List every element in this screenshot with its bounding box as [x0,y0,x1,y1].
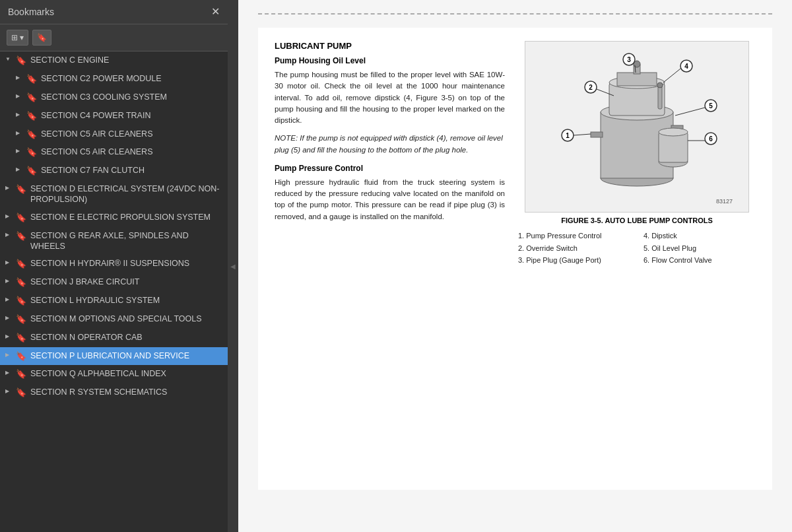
bookmark-item-section-c5b[interactable]: ▶🔖SECTION C5 AIR CLEANERS [0,143,228,162]
bookmark-item-section-j[interactable]: ▶🔖SECTION J BRAKE CIRCUIT [0,273,228,292]
bookmark-item-section-c3[interactable]: ▶🔖SECTION C3 COOLING SYSTEM [0,88,228,107]
legend-columns: 1. Pump Pressure Control 2. Override Swi… [518,230,756,267]
bookmark-item-section-c2[interactable]: ▶🔖SECTION C2 POWER MODULE [0,70,228,88]
bookmark-label: SECTION C5 AIR CLEANERS [38,129,222,139]
bookmark-icon: 🔖 [26,147,38,158]
expand-arrow-icon: ▶ [5,295,16,303]
bookmark-label: SECTION G REAR AXLE, SPINDLES AND WHEELS [28,230,222,252]
sidebar-toolbar: ⊞ ▾ 🔖 [0,24,228,51]
bookmark-icon: 🔖 [16,350,28,362]
bookmark-icon: 🔖 [26,92,38,104]
splitter-handle-icon: ◀ [230,263,236,270]
subsection-1-title: Pump Housing Oil Level [275,56,505,65]
bookmark-item-section-d[interactable]: ▶🔖SECTION D ELECTRICAL SYSTEM (24VDC NON… [0,180,228,209]
bookmark-icon: 🔖 [16,55,28,67]
bookmark-label: SECTION Q ALPHABETICAL INDEX [28,368,222,379]
bookmark-icon: 🔖 [16,183,28,195]
svg-text:5: 5 [709,102,713,110]
bookmark-item-section-c[interactable]: ▼🔖SECTION C ENGINE [0,51,228,70]
grid-view-button[interactable]: ⊞ ▾ [7,30,28,46]
bookmark-item-section-c4[interactable]: ▶🔖SECTION C4 POWER TRAIN [0,107,228,125]
section-main-title: LUBRICANT PUMP [275,41,505,51]
bookmark-item-section-q[interactable]: ▶🔖SECTION Q ALPHABETICAL INDEX [0,365,228,383]
bookmark-icon: 🔖 [16,314,28,325]
bookmark-label: SECTION D ELECTRICAL SYSTEM (24VDC NON-P… [28,183,222,205]
bookmark-item-section-n[interactable]: ▶🔖SECTION N OPERATOR CAB [0,329,228,347]
svg-rect-8 [591,132,603,137]
bookmark-item-section-c5a[interactable]: ▶🔖SECTION C5 AIR CLEANERS [0,125,228,144]
svg-point-15 [659,128,688,136]
content-two-col: LUBRICANT PUMP Pump Housing Oil Level Th… [275,41,756,267]
expand-arrow-icon: ▶ [16,165,26,173]
bookmark-label: SECTION J BRAKE CIRCUIT [28,277,222,287]
expand-arrow-icon: ▶ [5,258,16,266]
bookmark-item-section-l[interactable]: ▶🔖SECTION L HYDRAULIC SYSTEM [0,292,228,310]
bookmark-icon: 🔖 [16,277,28,288]
bookmark-button[interactable]: 🔖 [32,30,51,46]
bookmark-icon: 🔖 [16,295,28,307]
bookmark-item-section-m[interactable]: ▶🔖SECTION M OPTIONS AND SPECIAL TOOLS [0,310,228,329]
figure-caption: FIGURE 3-5. AUTO LUBE PUMP CONTROLS [561,216,713,224]
subsection-2-body: High pressure hydraulic fluid from the t… [275,177,505,222]
expand-arrow-icon: ▶ [5,230,16,238]
svg-text:6: 6 [709,135,713,143]
svg-line-32 [675,108,705,116]
bookmark-label: SECTION M OPTIONS AND SPECIAL TOOLS [28,314,222,324]
bookmark-item-section-c7[interactable]: ▶🔖SECTION C7 FAN CLUTCH [0,162,228,180]
bookmark-icon: 🔖 [16,212,28,224]
expand-arrow-icon: ▶ [5,332,16,340]
sidebar-title: Bookmarks [8,7,54,17]
legend-col-left: 1. Pump Pressure Control 2. Override Swi… [518,230,630,267]
legend-item-6: 6. Flow Control Valve [644,254,756,267]
expand-arrow-icon: ▶ [5,183,16,191]
legend-item-4: 4. Dipstick [644,230,756,242]
panel-splitter[interactable]: ◀ [228,0,238,532]
bookmark-label: SECTION P LUBRICATION AND SERVICE [28,350,222,361]
svg-point-12 [657,83,663,88]
bookmark-icon: 🔖 [16,230,28,242]
bookmark-label: SECTION L HYDRAULIC SYSTEM [28,295,222,306]
close-button[interactable]: ✕ [211,7,220,17]
expand-arrow-icon: ▶ [16,110,26,118]
legend-col-right: 4. Dipstick 5. Oil Level Plug 6. Flow Co… [644,230,756,267]
bookmark-item-section-g[interactable]: ▶🔖SECTION G REAR AXLE, SPINDLES AND WHEE… [0,227,228,255]
bookmark-label: SECTION C4 POWER TRAIN [38,110,222,121]
bookmark-icon: 🔖 [26,73,38,85]
figure-legend: 1. Pump Pressure Control 2. Override Swi… [518,230,756,267]
svg-line-28 [574,134,591,135]
bookmark-item-section-h[interactable]: ▶🔖SECTION H HYDRAIR® II SUSPENSIONS [0,255,228,273]
subsection-1-note: NOTE: If the pump is not equipped with d… [275,133,505,156]
expand-arrow-icon: ▶ [5,350,16,358]
pump-svg: 1 2 3 4 5 [531,46,742,208]
bookmark-label: SECTION N OPERATOR CAB [28,332,222,343]
svg-text:1: 1 [566,132,570,139]
sidebar-header: Bookmarks ✕ [0,0,228,24]
bookmark-icon: 🔖 [16,332,28,344]
bookmark-label: SECTION C7 FAN CLUTCH [38,165,222,176]
bookmark-item-section-p[interactable]: ▶🔖SECTION P LUBRICATION AND SERVICE [0,347,228,366]
text-column: LUBRICANT PUMP Pump Housing Oil Level Th… [275,41,505,229]
expand-arrow-icon: ▶ [16,129,26,137]
bookmark-label: SECTION E ELECTRIC PROPULSION SYSTEM [28,212,222,222]
subsection-1-body: The pump housing must be filled to the p… [275,69,505,126]
svg-rect-14 [659,132,688,162]
legend-item-3: 3. Pipe Plug (Gauge Port) [518,254,630,267]
bookmark-label: SECTION C2 POWER MODULE [38,73,222,84]
svg-text:3: 3 [627,56,631,63]
svg-line-31 [663,69,680,83]
content-area: LUBRICANT PUMP Pump Housing Oil Level Th… [258,28,772,490]
bookmark-icon: 🔖 [26,165,38,177]
expand-arrow-icon: ▶ [5,368,16,376]
expand-arrow-icon: ▶ [5,277,16,284]
expand-arrow-icon: ▶ [16,147,26,154]
bookmark-list: ▼🔖SECTION C ENGINE▶🔖SECTION C2 POWER MOD… [0,51,228,532]
legend-item-1: 1. Pump Pressure Control [518,230,630,242]
main-content: LUBRICANT PUMP Pump Housing Oil Level Th… [238,0,792,532]
page-top-border [258,13,772,15]
bookmark-item-section-e[interactable]: ▶🔖SECTION E ELECTRIC PROPULSION SYSTEM [0,209,228,227]
bookmark-item-section-r[interactable]: ▶🔖SECTION R SYSTEM SCHEMATICS [0,383,228,402]
figure-column: 1 2 3 4 5 [518,41,756,267]
bookmark-icon: 🔖 [26,129,38,141]
svg-text:2: 2 [589,84,593,91]
expand-arrow-icon: ▶ [16,73,26,81]
